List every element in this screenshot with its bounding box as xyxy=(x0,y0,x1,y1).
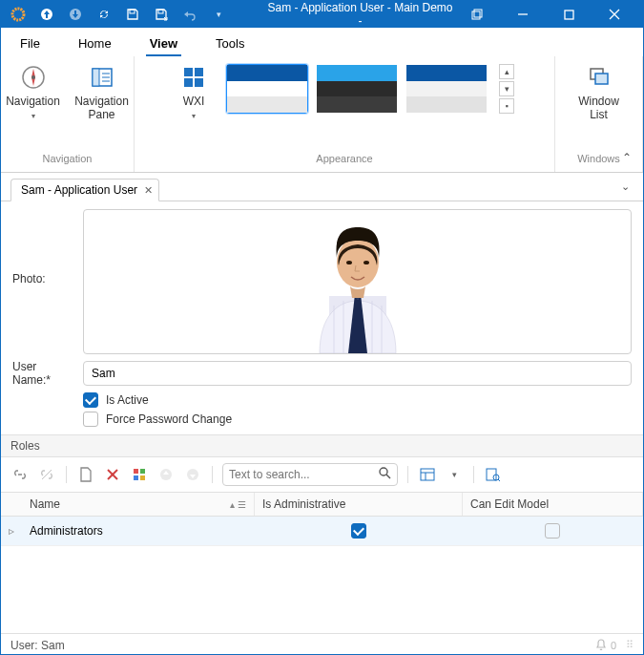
collapse-ribbon-button[interactable]: ⌃ xyxy=(622,151,632,164)
restore-doc-icon[interactable] xyxy=(456,1,498,28)
svg-rect-14 xyxy=(93,69,99,86)
tab-tools[interactable]: Tools xyxy=(212,31,248,56)
is-active-label: Is Active xyxy=(106,393,149,407)
svg-rect-23 xyxy=(595,74,608,84)
svg-rect-18 xyxy=(184,68,193,76)
navigation-button[interactable]: Navigation ▾ xyxy=(6,64,61,120)
cell-name: Administrators xyxy=(22,518,255,544)
navigation-pane-button[interactable]: Navigation Pane xyxy=(74,64,130,121)
document-tab[interactable]: Sam - Application User ✕ xyxy=(10,179,159,201)
roles-section-header: Roles xyxy=(1,434,643,457)
gallery-expand-button[interactable]: ▪ xyxy=(499,98,514,114)
tab-view[interactable]: View xyxy=(146,31,181,56)
gallery-down-button[interactable]: ▾ xyxy=(499,81,514,96)
column-is-admin[interactable]: Is Administrative xyxy=(255,493,463,516)
theme-gallery: ▴ ▾ ▪ xyxy=(226,64,514,114)
upload-icon[interactable] xyxy=(39,7,54,22)
svg-rect-8 xyxy=(565,11,573,19)
theme-swatch-blue[interactable] xyxy=(226,64,308,114)
column-name[interactable]: Name▴ ☰ xyxy=(22,493,255,516)
svg-rect-20 xyxy=(184,78,193,87)
roles-search-input[interactable] xyxy=(222,463,398,486)
search-icon[interactable] xyxy=(378,466,391,483)
notifications-button[interactable]: 0 ⠿ xyxy=(595,639,634,651)
username-label: User Name:* xyxy=(12,360,77,387)
document-tab-title: Sam - Application User xyxy=(21,183,137,197)
link-icon[interactable] xyxy=(10,465,30,484)
save-icon[interactable] xyxy=(125,7,140,22)
apps-icon[interactable] xyxy=(130,465,149,484)
detail-form: Photo: xyxy=(1,201,643,434)
is-active-checkbox[interactable] xyxy=(83,392,98,408)
svg-rect-35 xyxy=(134,469,138,474)
svg-point-30 xyxy=(346,261,352,264)
theme-swatch-light[interactable] xyxy=(405,64,488,114)
chevron-down-icon: ▾ xyxy=(192,112,196,120)
force-password-checkbox[interactable] xyxy=(83,412,98,427)
ribbon-group-label: Navigation xyxy=(10,153,124,170)
unlink-icon[interactable] xyxy=(37,465,56,484)
svg-point-41 xyxy=(380,468,387,475)
title-bar: ▾ Sam - Application User - Main Demo - xyxy=(1,1,643,28)
column-can-edit-model[interactable]: Can Edit Model xyxy=(463,493,643,516)
qat-dropdown-icon[interactable]: ▾ xyxy=(211,7,226,22)
force-password-label: Force Password Change xyxy=(106,412,232,426)
wxi-button[interactable]: WXI ▾ xyxy=(175,64,213,120)
theme-swatch-dark[interactable] xyxy=(316,64,398,114)
tab-home[interactable]: Home xyxy=(74,31,115,56)
svg-line-42 xyxy=(386,475,390,478)
layout-icon[interactable] xyxy=(418,465,437,484)
minimize-button[interactable] xyxy=(502,1,544,28)
cell-is-admin[interactable] xyxy=(255,517,463,545)
windows-icon xyxy=(586,64,613,91)
gallery-up-button[interactable]: ▴ xyxy=(499,64,514,79)
save-as-icon[interactable] xyxy=(154,7,169,22)
ribbon-group-label: Appearance xyxy=(144,153,545,170)
document-tab-strip: Sam - Application User ✕ ⌄ xyxy=(1,173,643,201)
cell-can-edit-model[interactable] xyxy=(463,517,643,545)
tab-file[interactable]: File xyxy=(16,31,44,56)
expand-row-icon[interactable]: ▹ xyxy=(1,518,22,544)
compass-icon xyxy=(20,64,47,91)
svg-rect-6 xyxy=(474,10,482,17)
status-bar: User: Sam 0 ⠿ xyxy=(1,633,643,655)
window-list-button[interactable]: Window List xyxy=(571,64,627,121)
svg-rect-19 xyxy=(195,68,203,76)
svg-point-12 xyxy=(31,75,35,79)
table-row[interactable]: ▹ Administrators xyxy=(1,517,643,546)
svg-point-31 xyxy=(364,261,369,264)
svg-rect-37 xyxy=(134,475,138,480)
up-icon[interactable] xyxy=(156,465,176,484)
status-user: User: Sam xyxy=(10,639,65,652)
preview-icon[interactable] xyxy=(484,465,503,484)
panel-icon xyxy=(89,64,115,91)
user-photo xyxy=(291,210,425,353)
refresh-icon[interactable] xyxy=(96,7,112,22)
window-title: Sam - Application User - Main Demo - xyxy=(226,1,456,28)
username-input[interactable] xyxy=(83,361,632,386)
chevron-down-icon[interactable]: ▾ xyxy=(445,465,464,484)
new-icon[interactable] xyxy=(76,465,95,484)
photo-field[interactable] xyxy=(83,209,632,354)
delete-icon[interactable] xyxy=(103,465,122,484)
undo-icon[interactable] xyxy=(182,7,197,22)
close-button[interactable] xyxy=(593,1,635,28)
ribbon: Navigation ▾ Navigation Pane Navigation … xyxy=(1,56,643,173)
tab-dropdown-button[interactable]: ⌄ xyxy=(621,180,630,193)
download-icon[interactable] xyxy=(68,7,83,22)
svg-rect-5 xyxy=(472,11,480,19)
svg-rect-43 xyxy=(421,469,434,480)
svg-point-0 xyxy=(12,9,24,20)
sort-indicator-icon: ▴ ☰ xyxy=(230,499,246,510)
svg-rect-21 xyxy=(195,78,203,87)
down-icon[interactable] xyxy=(183,465,202,484)
chevron-down-icon: ▾ xyxy=(31,112,35,120)
grid-icon xyxy=(180,64,207,91)
close-icon[interactable]: ✕ xyxy=(144,184,153,197)
roles-grid: Name▴ ☰ Is Administrative Can Edit Model… xyxy=(1,492,643,546)
gear-icon[interactable] xyxy=(10,7,26,22)
svg-rect-38 xyxy=(140,475,145,480)
ribbon-tabs: File Home View Tools xyxy=(1,28,643,56)
svg-line-48 xyxy=(498,479,500,481)
maximize-button[interactable] xyxy=(548,1,590,28)
